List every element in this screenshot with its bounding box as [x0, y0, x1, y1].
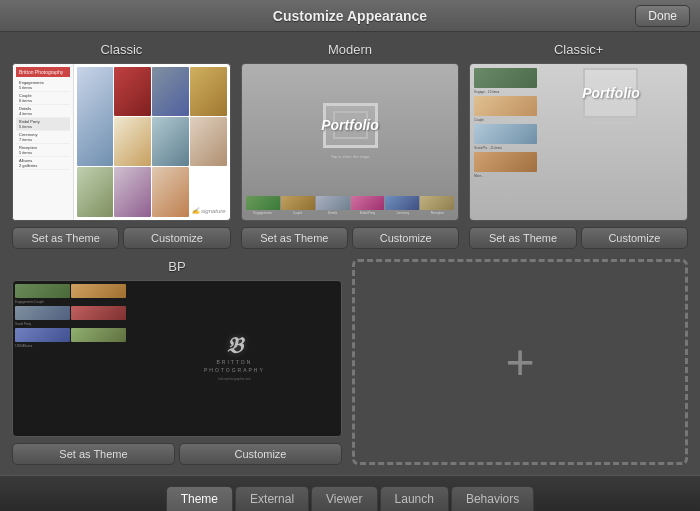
- modern-set-theme-button[interactable]: Set as Theme: [241, 227, 348, 249]
- classic-photos-grid: [74, 64, 230, 220]
- classic-label: Classic: [100, 42, 142, 57]
- modern-thumb-1: Engagements: [246, 196, 280, 216]
- bp-preview: Engagements Couple Social Party 1990 Alb…: [12, 280, 342, 438]
- theme-row-1: Classic Britton Photography Engagements5…: [12, 42, 688, 249]
- bp-label-2: Social Party: [15, 322, 126, 326]
- modern-thumb-2: Couple: [281, 196, 315, 216]
- modern-thumb-4: Bridal Party: [351, 196, 385, 216]
- modern-portfolio-text: Portfolio: [321, 117, 379, 133]
- cp-portfolio-text: Portfolio: [582, 85, 640, 101]
- title-bar: Customize Appearance Done: [0, 0, 700, 32]
- modern-buttons: Set as Theme Customize: [241, 227, 460, 249]
- classic-photo-1: [77, 67, 114, 166]
- cp-portfolio-frame: Portfolio: [583, 68, 638, 118]
- modern-portfolio-subtext: Tap to enter the stage: [331, 154, 370, 159]
- cp-label-3: Social Pa... 11 items: [474, 146, 537, 150]
- modern-thumb-label-2: Couple: [293, 210, 303, 216]
- modern-thumb-img-5: [385, 196, 419, 210]
- bp-customize-button[interactable]: Customize: [179, 443, 342, 465]
- theme-card-classicplus: Classic+ Engage... 10 items Couple Socia…: [469, 42, 688, 249]
- modern-portfolio-inner: Portfolio: [333, 111, 368, 139]
- modern-thumb-img-4: [351, 196, 385, 210]
- bp-logo-sub: BRITTON: [216, 359, 252, 365]
- bp-thumb-4: [71, 306, 126, 320]
- bottom-tabs: Theme External Viewer Launch Behaviors: [0, 475, 700, 511]
- nav-ceremony: Ceremony7 items: [16, 131, 70, 144]
- modern-thumb-3: Details: [316, 196, 350, 216]
- add-theme-icon: +: [505, 337, 534, 387]
- cp-portfolio-subtext: Tap to enter the stage: [592, 120, 631, 125]
- bp-logo-subsub: PHOTOGRAPHY: [204, 367, 265, 373]
- tab-behaviors[interactable]: Behaviors: [451, 486, 534, 511]
- modern-thumb-img-6: [420, 196, 454, 210]
- nav-reception: Reception5 items: [16, 144, 70, 157]
- classic-buttons: Set as Theme Customize: [12, 227, 231, 249]
- bp-label-1: Engagements Couple: [15, 300, 126, 304]
- modern-portfolio-box: Portfolio Tap to enter the stage: [246, 68, 455, 194]
- bp-label-3: 1990 Albums: [15, 344, 126, 348]
- bp-set-theme-button[interactable]: Set as Theme: [12, 443, 175, 465]
- bp-main-panel: 𝔅 BRITTON PHOTOGRAPHY brittonphotographe…: [128, 281, 341, 437]
- bp-thumb-3: [15, 306, 70, 320]
- cp-thumb-4: [474, 152, 537, 172]
- bp-label: BP: [168, 259, 185, 274]
- modern-thumb-label-1: Engagements: [253, 210, 272, 216]
- modern-label: Modern: [328, 42, 372, 57]
- main-content: Classic Britton Photography Engagements5…: [0, 32, 700, 475]
- classic-set-theme-button[interactable]: Set as Theme: [12, 227, 119, 249]
- bp-thumb-group-3: [15, 328, 126, 342]
- classic-photo-3: [152, 67, 189, 116]
- classic-photo-6: [152, 117, 189, 166]
- modern-thumb-5: Ceremony: [385, 196, 419, 216]
- done-button[interactable]: Done: [635, 5, 690, 27]
- bp-logo: 𝔅: [226, 335, 243, 357]
- cp-thumb-2: [474, 96, 537, 116]
- nav-couple: Couple6 items: [16, 92, 70, 105]
- modern-customize-button[interactable]: Customize: [352, 227, 459, 249]
- classicplus-label: Classic+: [554, 42, 604, 57]
- classic-photo-7: [190, 117, 227, 166]
- classic-photo-9: [114, 167, 151, 216]
- modern-thumbnails: Engagements Couple Details Bridal Party: [246, 196, 455, 216]
- tab-theme[interactable]: Theme: [166, 486, 233, 511]
- bp-thumb-2: [71, 284, 126, 298]
- modern-thumb-6: Reception: [420, 196, 454, 216]
- bp-thumb-group-1: [15, 284, 126, 298]
- classic-customize-button[interactable]: Customize: [123, 227, 230, 249]
- theme-card-bp: BP Engagements Couple Social Party: [12, 259, 342, 466]
- modern-thumb-label-3: Details: [328, 210, 337, 216]
- cp-label-2: Couple: [474, 118, 537, 122]
- bp-thumb-5: [15, 328, 70, 342]
- modern-thumb-img-2: [281, 196, 315, 210]
- nav-bridal: Bridal Party5 items: [16, 118, 70, 131]
- classic-left-panel: Britton Photography Engagements5 items C…: [13, 64, 74, 220]
- classic-photo-4: [190, 67, 227, 116]
- modern-thumb-label-4: Bridal Party: [360, 210, 376, 216]
- window-title: Customize Appearance: [273, 8, 427, 24]
- bp-left-panel: Engagements Couple Social Party 1990 Alb…: [13, 281, 128, 437]
- nav-albums: Albums2 galleries: [16, 157, 70, 170]
- theme-row-2: BP Engagements Couple Social Party: [12, 259, 688, 466]
- classicplus-customize-button[interactable]: Customize: [581, 227, 688, 249]
- classic-photo-8: [77, 167, 114, 216]
- modern-thumb-img-3: [316, 196, 350, 210]
- cp-label-4: More...: [474, 174, 537, 178]
- nav-engagements: Engagements5 items: [16, 79, 70, 92]
- cp-thumb-3: [474, 124, 537, 144]
- classic-preview: Britton Photography Engagements5 items C…: [12, 63, 231, 221]
- classicplus-preview: Engage... 10 items Couple Social Pa... 1…: [469, 63, 688, 221]
- classic-header: Britton Photography: [16, 67, 70, 77]
- classicplus-set-theme-button[interactable]: Set as Theme: [469, 227, 576, 249]
- tab-launch[interactable]: Launch: [380, 486, 449, 511]
- modern-portfolio-frame: Portfolio: [323, 103, 378, 148]
- bp-url: brittonphotographer.com: [218, 377, 251, 381]
- tab-external[interactable]: External: [235, 486, 309, 511]
- theme-card-modern: Modern Portfolio Tap to enter the stage …: [241, 42, 460, 249]
- nav-details: Details4 items: [16, 105, 70, 118]
- modern-thumb-label-5: Ceremony: [396, 210, 410, 216]
- tab-viewer[interactable]: Viewer: [311, 486, 377, 511]
- classic-signature: ✍ signature: [192, 207, 225, 214]
- cp-label-1: Engage... 10 items: [474, 90, 537, 94]
- bp-buttons: Set as Theme Customize: [12, 443, 342, 465]
- add-theme-card[interactable]: +: [352, 259, 688, 466]
